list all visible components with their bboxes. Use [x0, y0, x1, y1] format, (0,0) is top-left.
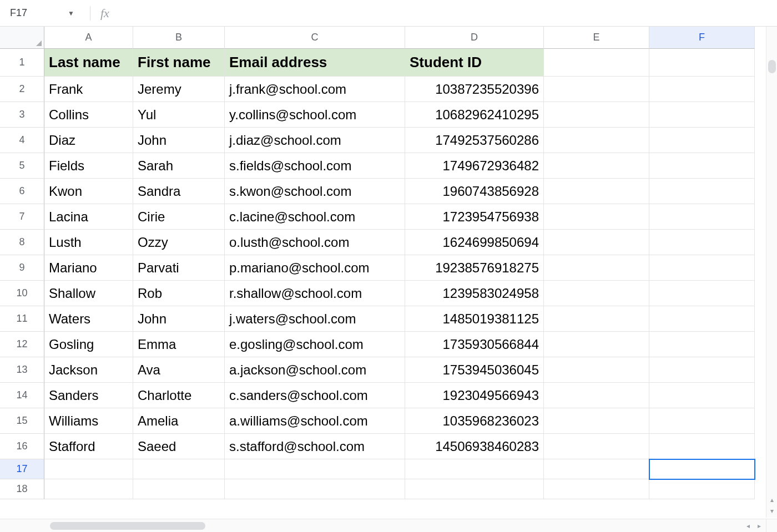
cell-E15[interactable] — [544, 408, 649, 434]
row-header-15[interactable]: 15 — [0, 408, 44, 434]
cell-F2[interactable] — [649, 77, 755, 102]
scroll-down-icon[interactable]: ▾ — [766, 505, 777, 516]
row-header-10[interactable]: 10 — [0, 281, 44, 306]
cell-D11[interactable]: 1485019381125 — [405, 306, 544, 332]
cell-A4[interactable]: Diaz — [44, 128, 133, 153]
cell-F17[interactable] — [649, 459, 755, 479]
row-header-4[interactable]: 4 — [0, 128, 44, 153]
cell-E6[interactable] — [544, 179, 649, 204]
cell-A17[interactable] — [44, 459, 133, 479]
cell-B6[interactable]: Sandra — [133, 179, 225, 204]
horizontal-scroll-thumb[interactable] — [50, 522, 205, 530]
cell-E14[interactable] — [544, 383, 649, 408]
cell-F3[interactable] — [649, 102, 755, 128]
cell-B14[interactable]: Charlotte — [133, 383, 225, 408]
cell-C2[interactable]: j.frank@school.com — [225, 77, 405, 102]
cell-E1[interactable] — [544, 49, 649, 77]
row-header-6[interactable]: 6 — [0, 179, 44, 204]
cell-F13[interactable] — [649, 357, 755, 383]
row-header-16[interactable]: 16 — [0, 434, 44, 459]
cell-C17[interactable] — [225, 459, 405, 479]
cell-B8[interactable]: Ozzy — [133, 230, 225, 255]
cell-D15[interactable]: 1035968236023 — [405, 408, 544, 434]
row-header-18[interactable]: 18 — [0, 479, 44, 499]
horizontal-scrollbar[interactable]: ◂ ▸ — [0, 519, 766, 532]
cell-A3[interactable]: Collins — [44, 102, 133, 128]
cell-D1[interactable]: Student ID — [405, 49, 544, 77]
select-all-corner[interactable] — [0, 27, 44, 49]
cell-E8[interactable] — [544, 230, 649, 255]
cell-D3[interactable]: 10682962410295 — [405, 102, 544, 128]
row-header-8[interactable]: 8 — [0, 230, 44, 255]
cell-B12[interactable]: Emma — [133, 332, 225, 357]
name-box[interactable]: F17 ▼ — [8, 7, 80, 19]
formula-input[interactable] — [114, 7, 777, 19]
cell-E12[interactable] — [544, 332, 649, 357]
column-header-E[interactable]: E — [544, 27, 649, 49]
cell-F16[interactable] — [649, 434, 755, 459]
column-header-A[interactable]: A — [44, 27, 133, 49]
cell-C7[interactable]: c.lacine@school.com — [225, 204, 405, 230]
cell-C14[interactable]: c.sanders@school.com — [225, 383, 405, 408]
cell-A2[interactable]: Frank — [44, 77, 133, 102]
cell-A5[interactable]: Fields — [44, 153, 133, 179]
cell-F4[interactable] — [649, 128, 755, 153]
cell-D2[interactable]: 10387235520396 — [405, 77, 544, 102]
cell-F18[interactable] — [649, 479, 755, 499]
cell-E9[interactable] — [544, 255, 649, 281]
cell-A15[interactable]: Williams — [44, 408, 133, 434]
cell-E2[interactable] — [544, 77, 649, 102]
cell-D17[interactable] — [405, 459, 544, 479]
cell-D6[interactable]: 1960743856928 — [405, 179, 544, 204]
row-header-7[interactable]: 7 — [0, 204, 44, 230]
cell-F5[interactable] — [649, 153, 755, 179]
cell-B17[interactable] — [133, 459, 225, 479]
cell-B5[interactable]: Sarah — [133, 153, 225, 179]
cell-F10[interactable] — [649, 281, 755, 306]
cell-E17[interactable] — [544, 459, 649, 479]
scroll-up-icon[interactable]: ▴ — [766, 494, 777, 505]
cell-D16[interactable]: 14506938460283 — [405, 434, 544, 459]
cell-F11[interactable] — [649, 306, 755, 332]
cell-E5[interactable] — [544, 153, 649, 179]
row-header-3[interactable]: 3 — [0, 102, 44, 128]
scroll-right-icon[interactable]: ▸ — [754, 519, 765, 532]
cell-F8[interactable] — [649, 230, 755, 255]
cell-B1[interactable]: First name — [133, 49, 225, 77]
scroll-left-icon[interactable]: ◂ — [743, 519, 754, 532]
cell-E13[interactable] — [544, 357, 649, 383]
cell-B15[interactable]: Amelia — [133, 408, 225, 434]
cell-B16[interactable]: Saeed — [133, 434, 225, 459]
cell-F9[interactable] — [649, 255, 755, 281]
cell-F15[interactable] — [649, 408, 755, 434]
cell-B10[interactable]: Rob — [133, 281, 225, 306]
cell-E16[interactable] — [544, 434, 649, 459]
cell-A9[interactable]: Mariano — [44, 255, 133, 281]
cell-E18[interactable] — [544, 479, 649, 499]
cell-D12[interactable]: 1735930566844 — [405, 332, 544, 357]
cell-C9[interactable]: p.mariano@school.com — [225, 255, 405, 281]
cell-C16[interactable]: s.stafford@school.com — [225, 434, 405, 459]
row-header-2[interactable]: 2 — [0, 77, 44, 102]
cell-C18[interactable] — [225, 479, 405, 499]
cell-B2[interactable]: Jeremy — [133, 77, 225, 102]
cell-B3[interactable]: Yul — [133, 102, 225, 128]
cell-F14[interactable] — [649, 383, 755, 408]
vertical-scrollbar[interactable]: ▴ ▾ — [766, 27, 777, 518]
cell-A14[interactable]: Sanders — [44, 383, 133, 408]
cell-A1[interactable]: Last name — [44, 49, 133, 77]
cell-A6[interactable]: Kwon — [44, 179, 133, 204]
column-header-D[interactable]: D — [405, 27, 544, 49]
cell-B9[interactable]: Parvati — [133, 255, 225, 281]
cell-C3[interactable]: y.collins@school.com — [225, 102, 405, 128]
row-header-9[interactable]: 9 — [0, 255, 44, 281]
cell-D14[interactable]: 1923049566943 — [405, 383, 544, 408]
cell-F7[interactable] — [649, 204, 755, 230]
cell-E4[interactable] — [544, 128, 649, 153]
row-header-17[interactable]: 17 — [0, 459, 44, 479]
cell-A13[interactable]: Jackson — [44, 357, 133, 383]
cell-B13[interactable]: Ava — [133, 357, 225, 383]
cell-F6[interactable] — [649, 179, 755, 204]
column-header-F[interactable]: F — [649, 27, 755, 49]
row-header-13[interactable]: 13 — [0, 357, 44, 383]
